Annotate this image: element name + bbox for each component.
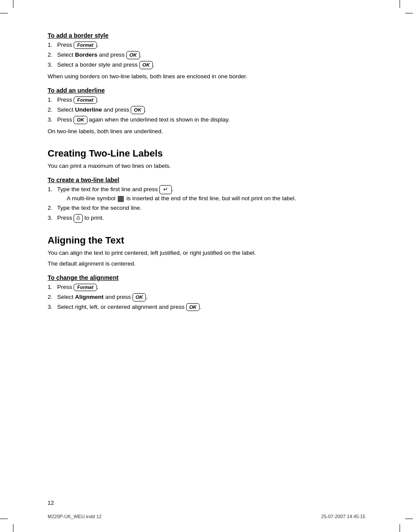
trim-mark [405,519,413,519]
step-item: 1. Type the text for the first line and … [48,185,365,203]
ok-button: OK [139,61,153,69]
step-item: 2. Type the text for the second line. [48,204,365,213]
trim-mark [13,0,13,8]
page-number: 12 [48,500,54,506]
ok-button: OK [131,106,144,114]
step-text: Select Borders and press OK. [57,51,142,58]
step-number: 3. [48,115,52,125]
step-text: Type the text for the first line and pre… [57,186,365,203]
align-intro-2: The default alignment is centered. [48,260,365,268]
step-number: 2. [48,204,52,213]
underline-note: On two-line labels, both lines are under… [48,127,365,136]
footer-left: M220P-UK_WEU.indd 12 [48,514,102,519]
footer-right: 25-07-2007 14:45:15 [321,514,365,519]
step-text: Select Underline and press OK. [57,106,146,113]
heading-create-two-line: To create a two-line label [48,176,365,183]
step-item: 2. Select Alignment and press OK. [48,293,365,302]
step-number: 1. [48,96,52,105]
keyword: Underline [75,106,102,113]
step-text: Select Alignment and press OK. [57,294,148,300]
heading-add-border: To add a border style [48,32,365,39]
step-number: 3. [48,61,52,70]
ok-button: OK [132,293,146,301]
step-item: 3. Select right, left, or centered align… [48,303,365,312]
step-item: 3. Press OK again when the underlined te… [48,115,365,125]
heading-add-underline: To add an underline [48,87,365,94]
step-number: 2. [48,293,52,302]
step-text: Select right, left, or centered alignmen… [57,304,201,310]
steps-add-underline: 1. Press Format. 2. Select Underline and… [48,96,365,125]
step-text: Press Format. [57,96,98,103]
step-item: 3. Select a border style and press OK. [48,61,365,70]
step-item: 2. Select Borders and press OK. [48,51,365,60]
ok-button: OK [186,303,200,311]
step-text: Press Format. [57,42,98,48]
step-text: Type the text for the second line. [57,205,142,211]
step-text: Press ⎙ to print. [57,215,104,221]
keyword: Borders [75,51,97,58]
enter-button: ↵ [159,185,172,194]
keyword: Alignment [75,294,103,300]
step-text: Press Format. [57,284,98,290]
print-button: ⎙ [74,214,83,223]
border-note: When using borders on two-line labels, b… [48,72,365,81]
step-number: 1. [48,283,52,292]
trim-mark [405,13,413,13]
align-intro-1: You can align the text to print centered… [48,249,365,257]
step-text: Select a border style and press OK. [57,61,155,68]
step-item: 1. Press Format. [48,41,365,50]
page: To add a border style 1. Press Format. 2… [0,0,413,532]
step-text: Press OK again when the underlined text … [57,116,230,123]
step-item: 1. Press Format. [48,96,365,105]
steps-change-alignment: 1. Press Format. 2. Select Alignment and… [48,283,365,312]
footer: M220P-UK_WEU.indd 12 25-07-2007 14:45:15 [48,514,365,519]
trim-mark [0,13,8,13]
heading-change-alignment: To change the alignment [48,274,365,281]
two-line-intro: You can print a maximum of two lines on … [48,162,365,170]
steps-create-two-line: 1. Type the text for the first line and … [48,185,365,223]
main-content: To add a border style 1. Press Format. 2… [48,32,365,312]
step-item: 3. Press ⎙ to print. [48,214,365,223]
trim-mark [400,0,400,8]
multiline-symbol-icon [118,196,124,202]
step-number: 2. [48,106,52,115]
format-button: Format [74,96,97,104]
step-item: 2. Select Underline and press OK. [48,106,365,115]
trim-mark [13,524,13,532]
ok-button: OK [74,116,87,124]
step-number: 3. [48,303,52,312]
heading-two-line-labels: Creating Two-Line Labels [48,148,365,159]
steps-add-border: 1. Press Format. 2. Select Borders and p… [48,41,365,70]
trim-mark [400,524,400,532]
step-number: 1. [48,185,52,194]
format-button: Format [74,42,97,49]
heading-aligning-text: Aligning the Text [48,235,365,246]
format-button: Format [74,284,97,291]
step-sub-text: A multi-line symbol is inserted at the e… [57,194,365,203]
step-number: 1. [48,41,52,50]
step-number: 2. [48,51,52,60]
trim-mark [0,519,8,519]
step-item: 1. Press Format. [48,283,365,292]
step-number: 3. [48,214,52,223]
ok-button: OK [126,51,140,59]
